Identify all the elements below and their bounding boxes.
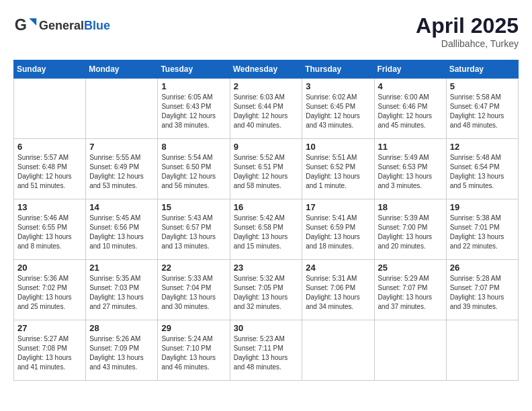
calendar-cell	[374, 320, 446, 381]
calendar-day-header: Sunday	[14, 60, 86, 79]
calendar-cell: 23Sunrise: 5:32 AMSunset: 7:05 PMDayligh…	[230, 260, 302, 320]
day-number: 2	[234, 81, 299, 91]
day-info: Sunrise: 5:36 AMSunset: 7:02 PMDaylight:…	[17, 274, 82, 312]
day-info: Sunrise: 5:29 AMSunset: 7:07 PMDaylight:…	[378, 274, 443, 312]
calendar-header-row: SundayMondayTuesdayWednesdayThursdayFrid…	[14, 60, 519, 79]
calendar-cell: 26Sunrise: 5:28 AMSunset: 7:07 PMDayligh…	[446, 260, 518, 320]
calendar-cell: 27Sunrise: 5:27 AMSunset: 7:08 PMDayligh…	[14, 320, 86, 381]
calendar-cell: 22Sunrise: 5:33 AMSunset: 7:04 PMDayligh…	[158, 260, 230, 320]
title-block: April 2025 Dallibahce, Turkey	[416, 13, 519, 49]
calendar-cell: 19Sunrise: 5:38 AMSunset: 7:01 PMDayligh…	[446, 199, 518, 260]
calendar-cell: 28Sunrise: 5:26 AMSunset: 7:09 PMDayligh…	[86, 320, 158, 381]
day-info: Sunrise: 5:46 AMSunset: 6:55 PMDaylight:…	[17, 214, 82, 251]
calendar-cell: 6Sunrise: 5:57 AMSunset: 6:48 PMDaylight…	[14, 139, 86, 199]
calendar-cell: 24Sunrise: 5:31 AMSunset: 7:06 PMDayligh…	[302, 260, 374, 320]
day-info: Sunrise: 6:00 AMSunset: 6:46 PMDaylight:…	[378, 93, 443, 130]
day-number: 7	[89, 142, 154, 152]
calendar-cell: 8Sunrise: 5:54 AMSunset: 6:50 PMDaylight…	[158, 139, 230, 199]
calendar-week-row: 6Sunrise: 5:57 AMSunset: 6:48 PMDaylight…	[14, 139, 519, 199]
main-title: April 2025	[416, 13, 519, 38]
calendar-cell: 11Sunrise: 5:49 AMSunset: 6:53 PMDayligh…	[374, 139, 446, 199]
day-number: 12	[450, 142, 515, 152]
day-info: Sunrise: 5:54 AMSunset: 6:50 PMDaylight:…	[161, 153, 226, 191]
day-info: Sunrise: 5:38 AMSunset: 7:01 PMDaylight:…	[450, 214, 515, 251]
day-info: Sunrise: 5:39 AMSunset: 7:00 PMDaylight:…	[378, 214, 443, 251]
logo-blue: Blue	[84, 19, 110, 32]
svg-marker-1	[29, 18, 36, 26]
calendar-cell: 15Sunrise: 5:43 AMSunset: 6:57 PMDayligh…	[158, 199, 230, 260]
day-number: 28	[89, 323, 154, 333]
day-number: 18	[378, 202, 443, 212]
logo: G GeneralBlue	[13, 13, 110, 38]
calendar-day-header: Thursday	[302, 60, 374, 79]
day-info: Sunrise: 5:31 AMSunset: 7:06 PMDaylight:…	[306, 274, 370, 312]
day-number: 1	[161, 81, 226, 91]
day-number: 23	[234, 263, 299, 273]
calendar-cell: 30Sunrise: 5:23 AMSunset: 7:11 PMDayligh…	[230, 320, 302, 381]
day-info: Sunrise: 5:41 AMSunset: 6:59 PMDaylight:…	[306, 214, 370, 251]
day-number: 3	[306, 81, 370, 91]
logo-icon: G	[13, 13, 38, 38]
day-info: Sunrise: 5:45 AMSunset: 6:56 PMDaylight:…	[89, 214, 154, 251]
day-number: 14	[89, 202, 154, 212]
calendar-week-row: 27Sunrise: 5:27 AMSunset: 7:08 PMDayligh…	[14, 320, 519, 381]
day-info: Sunrise: 5:52 AMSunset: 6:51 PMDaylight:…	[234, 153, 299, 191]
day-number: 22	[161, 263, 226, 273]
day-number: 20	[17, 263, 82, 273]
day-number: 5	[450, 81, 515, 91]
day-number: 25	[378, 263, 443, 273]
calendar-week-row: 1Sunrise: 6:05 AMSunset: 6:43 PMDaylight…	[14, 79, 519, 139]
calendar-cell	[446, 320, 518, 381]
day-number: 21	[89, 263, 154, 273]
day-info: Sunrise: 5:49 AMSunset: 6:53 PMDaylight:…	[378, 153, 443, 191]
calendar-cell: 2Sunrise: 6:03 AMSunset: 6:44 PMDaylight…	[230, 79, 302, 139]
day-info: Sunrise: 5:27 AMSunset: 7:08 PMDaylight:…	[17, 334, 82, 372]
calendar-cell: 9Sunrise: 5:52 AMSunset: 6:51 PMDaylight…	[230, 139, 302, 199]
day-info: Sunrise: 5:58 AMSunset: 6:47 PMDaylight:…	[450, 93, 515, 130]
calendar-cell: 12Sunrise: 5:48 AMSunset: 6:54 PMDayligh…	[446, 139, 518, 199]
day-number: 30	[234, 323, 299, 333]
page-header: G GeneralBlue April 2025 Dallibahce, Tur…	[13, 13, 519, 49]
calendar-cell: 29Sunrise: 5:24 AMSunset: 7:10 PMDayligh…	[158, 320, 230, 381]
day-info: Sunrise: 5:23 AMSunset: 7:11 PMDaylight:…	[234, 334, 299, 372]
day-number: 26	[450, 263, 515, 273]
day-info: Sunrise: 5:26 AMSunset: 7:09 PMDaylight:…	[89, 334, 154, 372]
day-info: Sunrise: 5:48 AMSunset: 6:54 PMDaylight:…	[450, 153, 515, 191]
calendar-cell: 25Sunrise: 5:29 AMSunset: 7:07 PMDayligh…	[374, 260, 446, 320]
logo-general: General	[39, 19, 84, 32]
calendar-day-header: Wednesday	[230, 60, 302, 79]
day-number: 15	[161, 202, 226, 212]
day-number: 24	[306, 263, 370, 273]
day-number: 27	[17, 323, 82, 333]
day-number: 13	[17, 202, 82, 212]
day-info: Sunrise: 5:33 AMSunset: 7:04 PMDaylight:…	[161, 274, 226, 312]
calendar-day-header: Saturday	[446, 60, 518, 79]
day-info: Sunrise: 5:42 AMSunset: 6:58 PMDaylight:…	[234, 214, 299, 251]
day-number: 6	[17, 142, 82, 152]
svg-text:G: G	[15, 16, 27, 34]
calendar-day-header: Friday	[374, 60, 446, 79]
day-number: 17	[306, 202, 370, 212]
day-number: 11	[378, 142, 443, 152]
day-info: Sunrise: 6:05 AMSunset: 6:43 PMDaylight:…	[161, 93, 226, 130]
calendar-cell: 1Sunrise: 6:05 AMSunset: 6:43 PMDaylight…	[158, 79, 230, 139]
day-info: Sunrise: 5:24 AMSunset: 7:10 PMDaylight:…	[161, 334, 226, 372]
calendar-cell: 5Sunrise: 5:58 AMSunset: 6:47 PMDaylight…	[446, 79, 518, 139]
day-info: Sunrise: 5:43 AMSunset: 6:57 PMDaylight:…	[161, 214, 226, 251]
day-info: Sunrise: 5:57 AMSunset: 6:48 PMDaylight:…	[17, 153, 82, 191]
day-number: 8	[161, 142, 226, 152]
calendar-week-row: 13Sunrise: 5:46 AMSunset: 6:55 PMDayligh…	[14, 199, 519, 260]
calendar-cell: 21Sunrise: 5:35 AMSunset: 7:03 PMDayligh…	[86, 260, 158, 320]
day-info: Sunrise: 5:55 AMSunset: 6:49 PMDaylight:…	[89, 153, 154, 191]
calendar-cell: 20Sunrise: 5:36 AMSunset: 7:02 PMDayligh…	[14, 260, 86, 320]
calendar-cell: 10Sunrise: 5:51 AMSunset: 6:52 PMDayligh…	[302, 139, 374, 199]
subtitle: Dallibahce, Turkey	[416, 38, 519, 49]
day-info: Sunrise: 5:28 AMSunset: 7:07 PMDaylight:…	[450, 274, 515, 312]
calendar-cell: 4Sunrise: 6:00 AMSunset: 6:46 PMDaylight…	[374, 79, 446, 139]
day-number: 4	[378, 81, 443, 91]
day-info: Sunrise: 6:03 AMSunset: 6:44 PMDaylight:…	[234, 93, 299, 130]
day-info: Sunrise: 5:32 AMSunset: 7:05 PMDaylight:…	[234, 274, 299, 312]
day-number: 9	[234, 142, 299, 152]
calendar-cell: 18Sunrise: 5:39 AMSunset: 7:00 PMDayligh…	[374, 199, 446, 260]
calendar-week-row: 20Sunrise: 5:36 AMSunset: 7:02 PMDayligh…	[14, 260, 519, 320]
